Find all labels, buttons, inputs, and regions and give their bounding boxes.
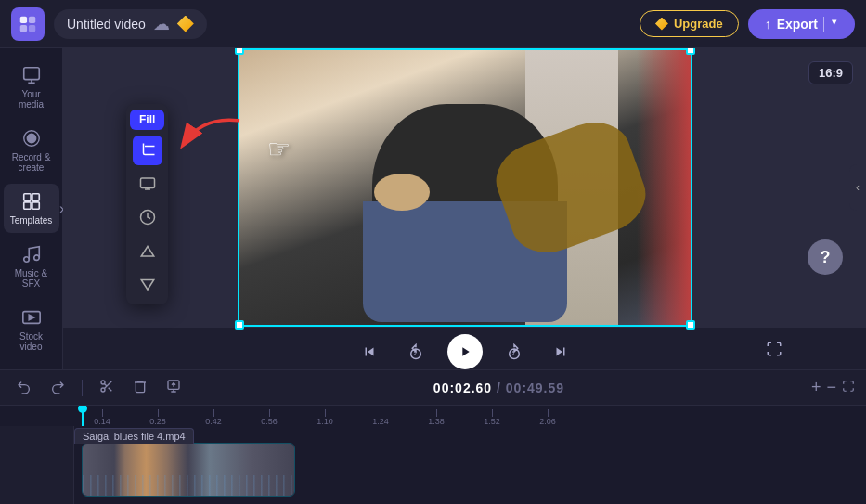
- timeline-section: 00:02.60 / 00:49.59 + − 0:14 0:28: [0, 369, 866, 504]
- svg-rect-0: [20, 16, 27, 22]
- add-media-button[interactable]: [161, 375, 187, 401]
- total-time: 00:49.59: [506, 381, 564, 395]
- zoom-in-button[interactable]: +: [811, 378, 821, 397]
- sidebar: Your media Record & create Templates: [0, 48, 63, 369]
- svg-point-12: [33, 255, 39, 261]
- aspect-ratio-badge[interactable]: 16:9: [808, 61, 853, 84]
- ruler-mark-3: 0:56: [241, 409, 297, 426]
- zoom-out-button[interactable]: −: [826, 378, 836, 397]
- export-up-icon: ↑: [765, 17, 771, 32]
- video-track-clip[interactable]: [82, 443, 295, 497]
- sidebar-item-media[interactable]: Your media: [4, 58, 59, 117]
- skip-back-button[interactable]: [355, 337, 384, 367]
- title-pill[interactable]: Untitled video ☁: [54, 9, 207, 39]
- ruler-label: 0:14: [94, 417, 110, 426]
- timeline-ruler: 0:14 0:28 0:42 0:56 1:10 1:24: [0, 406, 866, 426]
- zoom-controls: + −: [811, 378, 855, 397]
- sidebar-wrapper: Your media Record & create Templates: [0, 48, 63, 369]
- playhead[interactable]: [82, 406, 84, 426]
- display-tool-button[interactable]: [133, 169, 162, 199]
- upgrade-label: Upgrade: [674, 17, 723, 31]
- topbar: Untitled video ☁ Upgrade ↑ Export ▾: [0, 0, 866, 48]
- sidebar-record-label: Record & create: [9, 152, 54, 173]
- sidebar-music-label: Music & SFX: [9, 268, 54, 289]
- ruler-tick: [269, 409, 270, 417]
- timeline-fullscreen-button[interactable]: [842, 380, 855, 396]
- guitar-content: [238, 48, 692, 327]
- fullscreen-button[interactable]: [766, 341, 782, 362]
- svg-rect-8: [32, 194, 38, 200]
- cloud-icon: ☁: [153, 14, 170, 34]
- ruler-label: 0:56: [261, 417, 278, 426]
- clip-waveform: [83, 475, 294, 496]
- clip-thumbnail: [83, 444, 294, 496]
- upgrade-button[interactable]: Upgrade: [640, 10, 739, 37]
- time-separator: /: [497, 381, 506, 395]
- crop-tool-button[interactable]: [133, 136, 162, 165]
- sidebar-item-record[interactable]: Record & create: [4, 121, 59, 180]
- svg-rect-16: [140, 178, 154, 188]
- right-panel-toggle[interactable]: ‹: [849, 164, 866, 211]
- undo-button[interactable]: [11, 375, 37, 401]
- export-chevron-icon[interactable]: ▾: [823, 17, 838, 32]
- ruler-label: 0:42: [205, 417, 222, 426]
- ruler-label: 1:10: [317, 417, 333, 426]
- sidebar-item-music[interactable]: Music & SFX: [4, 237, 59, 296]
- ruler-tick: [213, 409, 214, 417]
- toolbar-overlay: Fill: [126, 104, 168, 304]
- sidebar-item-templates[interactable]: Templates: [4, 184, 59, 233]
- rewind-tool-button[interactable]: [133, 202, 162, 232]
- help-button[interactable]: ?: [808, 239, 843, 275]
- redo-button[interactable]: [45, 375, 71, 401]
- sidebar-item-stock-video[interactable]: Stock video: [4, 300, 59, 359]
- ruler-tick: [548, 409, 549, 417]
- track-label-area: [0, 426, 74, 504]
- sidebar-item-stock-images[interactable]: Stock images: [4, 363, 59, 369]
- timeline-toolbar: 00:02.60 / 00:49.59 + −: [0, 370, 866, 406]
- forward-5s-button[interactable]: 5: [499, 337, 529, 367]
- svg-point-21: [101, 388, 105, 392]
- svg-rect-3: [29, 24, 35, 31]
- export-label: Export: [777, 17, 818, 32]
- cut-button[interactable]: [94, 375, 120, 401]
- video-canvas[interactable]: 16:9 ‹ ?: [63, 48, 866, 327]
- svg-point-20: [101, 381, 105, 384]
- export-button[interactable]: ↑ Export ▾: [748, 9, 855, 39]
- play-button[interactable]: [447, 334, 483, 369]
- ruler-tick: [158, 409, 159, 417]
- sidebar-stock-video-label: Stock video: [9, 331, 54, 352]
- current-time: 00:02.60: [433, 381, 492, 395]
- ruler-mark-8: 2:06: [520, 409, 575, 426]
- skip-forward-button[interactable]: [546, 337, 575, 367]
- video-bg: [238, 48, 692, 327]
- ruler-mark-1: 0:28: [130, 409, 186, 426]
- svg-rect-1: [29, 16, 35, 22]
- triangle-up-tool-button[interactable]: [133, 236, 162, 265]
- triangle-down-tool-button[interactable]: [133, 269, 162, 299]
- playback-bar: 5 5: [63, 327, 866, 369]
- ruler-mark-5: 1:24: [353, 409, 408, 426]
- main-area: Your media Record & create Templates: [0, 48, 866, 369]
- project-title: Untitled video: [67, 17, 146, 32]
- premium-badge: [177, 16, 194, 32]
- svg-rect-7: [23, 194, 30, 200]
- svg-rect-10: [32, 202, 38, 209]
- toolbar-separator-1: [82, 380, 83, 396]
- upgrade-diamond-icon: [655, 18, 668, 31]
- ruler-tick: [381, 409, 381, 417]
- svg-point-11: [23, 257, 29, 263]
- ruler-label: 0:28: [149, 417, 166, 426]
- svg-point-5: [27, 134, 35, 142]
- svg-rect-2: [20, 24, 27, 31]
- track-content: [74, 441, 866, 504]
- ruler-tick: [102, 409, 103, 417]
- fill-button[interactable]: Fill: [130, 110, 164, 130]
- sidebar-templates-label: Templates: [10, 215, 53, 226]
- canvas-area: Fill: [63, 48, 866, 369]
- app-logo: [11, 7, 45, 41]
- delete-button[interactable]: [127, 375, 153, 401]
- rewind-5s-button[interactable]: 5: [401, 337, 431, 367]
- ruler-mark-7: 1:52: [464, 409, 520, 426]
- ruler-mark-2: 0:42: [186, 409, 241, 426]
- ruler-label: 1:52: [484, 417, 500, 426]
